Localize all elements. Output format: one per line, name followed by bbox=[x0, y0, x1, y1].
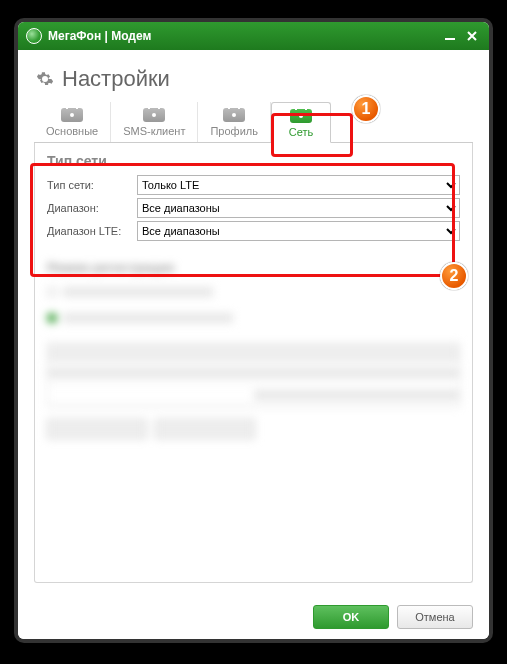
key-icon bbox=[290, 109, 312, 123]
label-range: Диапазон: bbox=[47, 202, 137, 214]
row-range: Диапазон: Все диапазоны bbox=[47, 198, 460, 218]
footer: OK Отмена bbox=[18, 595, 489, 639]
svg-rect-0 bbox=[445, 38, 455, 40]
key-icon bbox=[61, 108, 83, 122]
cancel-button[interactable]: Отмена bbox=[397, 605, 473, 629]
select-network-type[interactable]: Только LTE bbox=[137, 175, 460, 195]
select-range-lte[interactable]: Все диапазоны bbox=[137, 221, 460, 241]
blurred-section-title: Режим регистрации bbox=[47, 260, 460, 275]
tab-profile[interactable]: Профиль bbox=[198, 102, 271, 142]
gear-icon bbox=[36, 70, 54, 88]
tab-label: Сеть bbox=[289, 126, 313, 138]
row-range-lte: Диапазон LTE: Все диапазоны bbox=[47, 221, 460, 241]
tab-label: Основные bbox=[46, 125, 98, 137]
tab-label: Профиль bbox=[210, 125, 258, 137]
key-icon bbox=[143, 108, 165, 122]
label-network-type: Тип сети: bbox=[47, 179, 137, 191]
titlebar: МегаФон | Модем bbox=[18, 22, 489, 50]
app-logo-icon bbox=[26, 28, 42, 44]
tab-label: SMS-клиент bbox=[123, 125, 185, 137]
minimize-button[interactable] bbox=[441, 28, 459, 44]
key-icon bbox=[223, 108, 245, 122]
page-title-text: Настройки bbox=[62, 66, 170, 92]
tab-panel: Тип сети Тип сети: Только LTE Диапазон: … bbox=[34, 143, 473, 583]
content-area: Настройки Основные SMS-клиент Профиль Се… bbox=[18, 50, 489, 593]
blurred-section: Режим регистрации bbox=[35, 250, 472, 449]
close-button[interactable] bbox=[463, 28, 481, 44]
tabs: Основные SMS-клиент Профиль Сеть bbox=[34, 102, 473, 143]
section-title: Тип сети bbox=[47, 153, 460, 169]
tab-network[interactable]: Сеть bbox=[271, 102, 331, 143]
select-range[interactable]: Все диапазоны bbox=[137, 198, 460, 218]
tab-sms[interactable]: SMS-клиент bbox=[111, 102, 198, 142]
app-window: МегаФон | Модем Настройки Основные SMS-к… bbox=[18, 22, 489, 639]
row-network-type: Тип сети: Только LTE bbox=[47, 175, 460, 195]
network-type-section: Тип сети Тип сети: Только LTE Диапазон: … bbox=[35, 143, 472, 250]
window-title: МегаФон | Модем bbox=[48, 29, 151, 43]
page-title: Настройки bbox=[36, 66, 473, 92]
tab-general[interactable]: Основные bbox=[34, 102, 111, 142]
label-range-lte: Диапазон LTE: bbox=[47, 225, 137, 237]
ok-button[interactable]: OK bbox=[313, 605, 389, 629]
